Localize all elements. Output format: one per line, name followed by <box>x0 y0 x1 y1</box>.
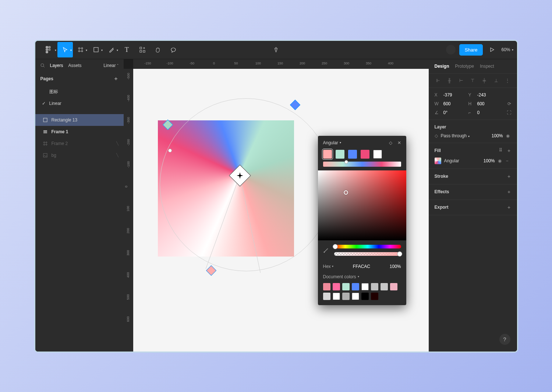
present-button[interactable] <box>486 42 498 57</box>
gradient-stop-swatch[interactable] <box>361 150 369 159</box>
y-input[interactable]: -243 <box>477 92 499 98</box>
document-color-swatch[interactable] <box>333 293 340 300</box>
share-button[interactable]: Share <box>459 44 483 56</box>
align-left-icon[interactable]: ⊩ <box>435 78 441 83</box>
tab-assets[interactable]: Assets <box>68 63 82 68</box>
alpha-handle[interactable] <box>397 251 402 257</box>
page-item[interactable]: 图标 <box>35 86 124 98</box>
hand-tool-button[interactable] <box>150 42 166 57</box>
tab-layers[interactable]: Layers <box>50 63 63 68</box>
document-color-swatch[interactable] <box>390 283 397 290</box>
alpha-slider[interactable] <box>334 252 401 256</box>
align-vcenter-icon[interactable]: ╪ <box>481 78 488 83</box>
tab-prototype[interactable]: Prototype <box>455 64 474 69</box>
fill-type-selector[interactable]: Angular ▾ <box>323 140 341 145</box>
distribute-icon[interactable]: ⋮ <box>504 78 511 83</box>
fill-swatch[interactable] <box>435 158 441 164</box>
layer-item-bg[interactable]: bg ╲ <box>35 149 124 161</box>
move-tool-button[interactable]: ▾ <box>57 42 73 57</box>
constrain-icon[interactable]: ⟳ <box>507 101 511 106</box>
document-color-swatch[interactable] <box>323 293 330 300</box>
x-input[interactable]: -379 <box>443 92 466 98</box>
tab-design[interactable]: Design <box>435 64 449 69</box>
align-right-icon[interactable]: ⊢ <box>458 78 464 83</box>
close-icon[interactable]: ✕ <box>397 140 401 145</box>
styles-icon[interactable]: ⠿ <box>499 148 502 154</box>
saturation-picker[interactable] <box>318 170 406 240</box>
document-color-swatch[interactable] <box>333 283 340 290</box>
comment-tool-button[interactable] <box>166 42 181 57</box>
gradient-stop-swatch[interactable] <box>336 150 344 159</box>
document-color-swatch[interactable] <box>323 283 330 290</box>
fill-opacity-input[interactable]: 100% <box>484 158 495 163</box>
fill-type-label[interactable]: Angular <box>444 158 481 163</box>
layer-opacity-input[interactable]: 100% <box>492 133 503 138</box>
frame-tool-button[interactable]: ▾ <box>73 42 88 57</box>
h-input[interactable]: 600 <box>477 101 499 106</box>
document-color-swatch[interactable] <box>371 293 378 300</box>
layer-item-rectangle[interactable]: Rectangle 13 <box>35 114 124 126</box>
gradient-stop-handle[interactable] <box>290 99 300 110</box>
fill-visibility-toggle[interactable]: ◉ <box>498 158 503 163</box>
add-effect-button[interactable]: ＋ <box>507 189 511 195</box>
pen-tool-button[interactable]: ▾ <box>104 42 119 57</box>
saturation-cursor[interactable] <box>344 190 348 195</box>
selected-rectangle[interactable] <box>158 120 294 257</box>
document-color-swatch[interactable] <box>361 283 369 290</box>
gradient-stop-handle[interactable] <box>206 265 216 275</box>
blend-mode-select[interactable]: Pass through ▾ <box>441 133 489 138</box>
gradient-stop-marker[interactable] <box>344 160 348 164</box>
radius-input[interactable]: 0 <box>477 110 499 115</box>
hidden-icon[interactable]: ╲ <box>116 141 118 145</box>
document-colors-toggle[interactable]: Document colors ▾ <box>323 274 401 279</box>
add-page-button[interactable]: ＋ <box>113 75 118 82</box>
eyedropper-icon[interactable] <box>323 247 330 253</box>
color-picker-header: Angular ▾ ◇ ✕ <box>318 136 406 150</box>
gradient-preview-bar[interactable] <box>323 162 401 167</box>
gradient-dot-handle[interactable] <box>168 149 172 152</box>
page-item[interactable]: ✓ Linear <box>35 98 124 109</box>
shape-tool-button[interactable]: ▾ <box>88 42 104 57</box>
search-icon[interactable] <box>40 63 45 68</box>
add-stroke-button[interactable]: ＋ <box>507 173 511 180</box>
help-button[interactable]: ? <box>499 334 510 345</box>
document-color-swatch[interactable] <box>371 283 378 290</box>
effects-section: Effects ＋ <box>429 184 517 200</box>
align-hcenter-icon[interactable]: ╫ <box>446 78 453 83</box>
add-export-button[interactable]: ＋ <box>507 204 511 211</box>
rotation-input[interactable]: 0° <box>443 110 466 115</box>
align-bottom-icon[interactable]: ⊥ <box>493 78 499 83</box>
independent-corners-icon[interactable]: ⛶ <box>507 110 511 115</box>
layer-item-frame1[interactable]: Frame 1 <box>35 126 124 138</box>
add-fill-button[interactable]: ＋ <box>507 148 511 154</box>
document-color-swatch[interactable] <box>361 293 369 300</box>
figma-menu-button[interactable]: ▾ <box>39 42 57 57</box>
visibility-toggle[interactable]: ◉ <box>506 133 511 138</box>
user-avatar[interactable] <box>446 45 456 54</box>
document-color-swatch[interactable] <box>352 283 359 290</box>
file-name-area[interactable] <box>273 46 279 53</box>
w-input[interactable]: 600 <box>443 101 466 106</box>
document-color-swatch[interactable] <box>352 293 359 300</box>
page-selector[interactable]: Linear ˄ <box>103 63 118 68</box>
hidden-icon[interactable]: ╲ <box>116 153 118 157</box>
document-color-swatch[interactable] <box>342 293 350 300</box>
hex-input[interactable]: FFACAC <box>336 264 387 269</box>
align-top-icon[interactable]: ⊤ <box>469 78 476 83</box>
hue-handle[interactable] <box>333 244 338 249</box>
text-tool-button[interactable]: T <box>119 42 135 57</box>
gradient-stop-swatch[interactable] <box>373 150 382 159</box>
tab-inspect[interactable]: Inspect <box>480 64 494 69</box>
document-color-swatch[interactable] <box>381 283 388 290</box>
blend-mode-icon[interactable]: ◇ <box>389 140 392 145</box>
opacity-input[interactable]: 100% <box>390 264 401 269</box>
gradient-stop-swatch[interactable] <box>348 150 357 159</box>
gradient-stop-swatch[interactable] <box>323 150 332 159</box>
hue-slider[interactable] <box>334 245 401 248</box>
color-format-selector[interactable]: Hex ▾ <box>323 264 333 269</box>
zoom-dropdown[interactable]: 60% ▾ <box>501 47 513 52</box>
layer-item-frame2[interactable]: Frame 2 ╲ <box>35 138 124 149</box>
document-color-swatch[interactable] <box>342 283 350 290</box>
resources-tool-button[interactable] <box>135 42 150 57</box>
remove-fill-button[interactable]: − <box>506 158 511 163</box>
